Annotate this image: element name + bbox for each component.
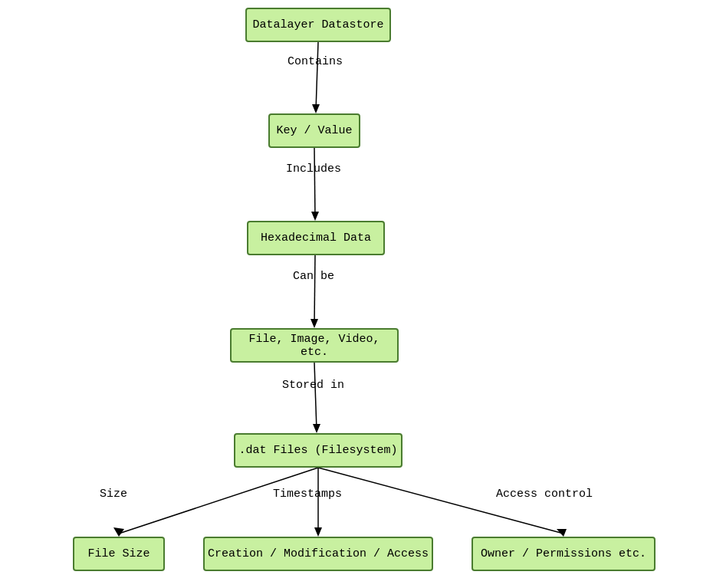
svg-line-6 — [314, 363, 317, 430]
svg-marker-9 — [113, 527, 124, 537]
node-permissions: Owner / Permissions etc. — [472, 537, 656, 571]
node-datastore: Datalayer Datastore — [245, 8, 391, 42]
node-filetype: File, Image, Video, etc. — [230, 328, 399, 363]
edge-label-storedin: Stored in — [282, 379, 344, 392]
svg-marker-5 — [310, 319, 318, 328]
edge-label-timestamps: Timestamps — [273, 488, 342, 501]
edge-label-contains: Contains — [288, 55, 343, 68]
edge-label-size: Size — [100, 488, 127, 501]
node-datfiles: .dat Files (Filesystem) — [234, 433, 402, 468]
node-keyvalue: Key / Value — [268, 113, 360, 148]
svg-marker-7 — [313, 424, 320, 433]
svg-line-0 — [316, 42, 318, 110]
svg-marker-1 — [312, 104, 320, 113]
svg-marker-13 — [557, 529, 567, 537]
node-timestamps: Creation / Modification / Access — [203, 537, 433, 571]
node-filesize: File Size — [73, 537, 165, 571]
edge-label-includes: Includes — [286, 163, 341, 176]
svg-line-8 — [119, 468, 318, 534]
edge-label-accesscontrol: Access control — [496, 488, 593, 501]
node-hexdata: Hexadecimal Data — [247, 221, 385, 255]
diagram: Datalayer Datastore Key / Value Hexadeci… — [0, 0, 713, 588]
svg-marker-3 — [311, 212, 319, 221]
svg-marker-11 — [314, 527, 322, 537]
svg-line-4 — [314, 255, 315, 325]
svg-line-2 — [314, 148, 315, 218]
edge-label-canbe: Can be — [293, 270, 334, 283]
svg-line-12 — [318, 468, 564, 534]
